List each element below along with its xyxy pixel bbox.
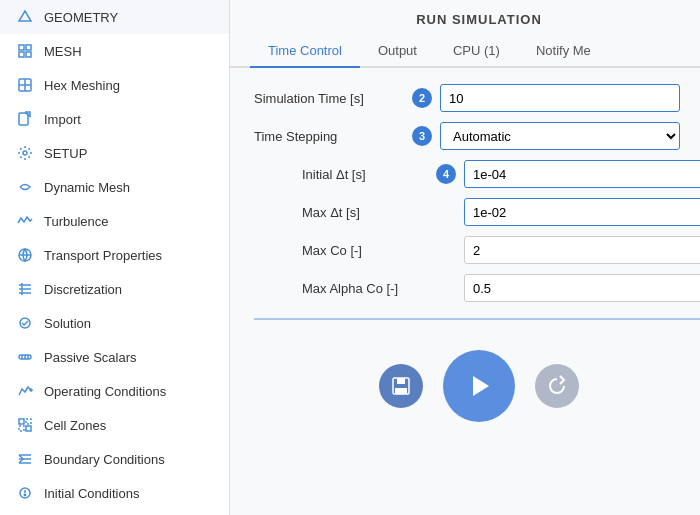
- svg-marker-40: [473, 376, 489, 396]
- svg-rect-25: [26, 419, 31, 424]
- tabs-bar: Time Control Output CPU (1) Notify Me: [230, 35, 700, 68]
- sidebar: GEOMETRY MESH Hex Meshing: [0, 0, 230, 515]
- sidebar-item-geometry[interactable]: GEOMETRY: [0, 0, 229, 34]
- sidebar-item-transport[interactable]: Transport Properties: [0, 238, 229, 272]
- sidebar-label-cell-zones: Cell Zones: [44, 418, 106, 433]
- sidebar-label-boundary: Boundary Conditions: [44, 452, 165, 467]
- sidebar-item-mesh[interactable]: MESH: [0, 34, 229, 68]
- sidebar-label-geometry: GEOMETRY: [44, 10, 118, 25]
- sidebar-label-transport: Transport Properties: [44, 248, 162, 263]
- hex-icon: [16, 76, 34, 94]
- dynamic-icon: [16, 178, 34, 196]
- tab-notify-me[interactable]: Notify Me: [518, 35, 609, 68]
- sidebar-item-cell-zones[interactable]: Cell Zones: [0, 408, 229, 442]
- sidebar-label-discretization: Discretization: [44, 282, 122, 297]
- sidebar-label-setup: SETUP: [44, 146, 87, 161]
- sidebar-item-initial[interactable]: Initial Conditions: [0, 476, 229, 510]
- svg-rect-8: [19, 113, 28, 125]
- svg-rect-23: [26, 426, 31, 431]
- page-title: RUN SIMULATION: [230, 0, 700, 35]
- max-dt-row: Max Δt [s]: [278, 198, 700, 226]
- sidebar-item-discretization[interactable]: Discretization: [0, 272, 229, 306]
- svg-rect-2: [26, 45, 31, 50]
- simulation-time-badge: 2: [412, 88, 432, 108]
- svg-point-31: [24, 494, 25, 495]
- sidebar-item-hex-meshing[interactable]: Hex Meshing: [0, 68, 229, 102]
- turbulence-icon: [16, 212, 34, 230]
- svg-rect-3: [19, 52, 24, 57]
- svg-point-21: [30, 389, 32, 391]
- svg-rect-39: [395, 388, 407, 394]
- sidebar-item-passive-scalars[interactable]: Passive Scalars: [0, 340, 229, 374]
- setup-icon: [16, 144, 34, 162]
- save-icon: [390, 375, 412, 397]
- simulation-time-row: Simulation Time [s] 2: [254, 84, 700, 112]
- dt-badge: 4: [436, 164, 456, 184]
- tab-time-control[interactable]: Time Control: [250, 35, 360, 68]
- sidebar-item-import[interactable]: Import: [0, 102, 229, 136]
- max-dt-input[interactable]: [464, 198, 700, 226]
- sidebar-label-initial: Initial Conditions: [44, 486, 139, 501]
- simulation-time-input[interactable]: [440, 84, 680, 112]
- divider: [254, 318, 700, 320]
- sidebar-item-monitors[interactable]: Monitors: [0, 510, 229, 515]
- time-stepping-label: Time Stepping: [254, 129, 404, 144]
- tab-output[interactable]: Output: [360, 35, 435, 68]
- scalar-icon: [16, 348, 34, 366]
- geometry-icon: [16, 8, 34, 26]
- main-panel: RUN SIMULATION Time Control Output CPU (…: [230, 0, 700, 515]
- sidebar-label-hex: Hex Meshing: [44, 78, 120, 93]
- sidebar-item-turbulence[interactable]: Turbulence: [0, 204, 229, 238]
- initial-dt-input[interactable]: [464, 160, 700, 188]
- sidebar-item-boundary[interactable]: Boundary Conditions: [0, 442, 229, 476]
- operating-icon: [16, 382, 34, 400]
- play-icon: [462, 369, 496, 403]
- sidebar-label-solution: Solution: [44, 316, 91, 331]
- action-buttons: [254, 340, 700, 432]
- svg-rect-1: [19, 45, 24, 50]
- disc-icon: [16, 280, 34, 298]
- import-icon: [16, 110, 34, 128]
- sidebar-label-import: Import: [44, 112, 81, 127]
- boundary-icon: [16, 450, 34, 468]
- max-co-label: Max Co [-]: [278, 243, 428, 258]
- play-button[interactable]: [443, 350, 515, 422]
- initial-icon: [16, 484, 34, 502]
- max-alpha-co-input[interactable]: [464, 274, 700, 302]
- initial-dt-row: Initial Δt [s] 4: [278, 160, 700, 188]
- time-stepping-row: Time Stepping 3 Automatic Fixed Adaptive: [254, 122, 700, 150]
- svg-rect-4: [26, 52, 31, 57]
- time-stepping-select[interactable]: Automatic Fixed Adaptive: [440, 122, 680, 150]
- max-alpha-co-row: Max Alpha Co [-]: [278, 274, 700, 302]
- max-alpha-co-label: Max Alpha Co [-]: [278, 281, 428, 296]
- svg-rect-38: [397, 378, 405, 384]
- svg-point-10: [23, 151, 27, 155]
- sidebar-label-dynamic: Dynamic Mesh: [44, 180, 130, 195]
- max-co-input[interactable]: [464, 236, 700, 264]
- sidebar-item-dynamic-mesh[interactable]: Dynamic Mesh: [0, 170, 229, 204]
- max-dt-label: Max Δt [s]: [278, 205, 428, 220]
- form-content: Simulation Time [s] 2 Time Stepping 3 Au…: [230, 68, 700, 515]
- cell-icon: [16, 416, 34, 434]
- tab-cpu[interactable]: CPU (1): [435, 35, 518, 68]
- simulation-time-label: Simulation Time [s]: [254, 91, 404, 106]
- max-co-row: Max Co [-]: [278, 236, 700, 264]
- time-stepping-badge: 3: [412, 126, 432, 146]
- reset-button[interactable]: [535, 364, 579, 408]
- sidebar-item-solution[interactable]: Solution: [0, 306, 229, 340]
- svg-rect-22: [19, 419, 24, 424]
- sidebar-item-operating[interactable]: Operating Conditions: [0, 374, 229, 408]
- svg-rect-24: [19, 426, 24, 431]
- sidebar-label-mesh: MESH: [44, 44, 82, 59]
- sidebar-label-operating: Operating Conditions: [44, 384, 166, 399]
- transport-icon: [16, 246, 34, 264]
- save-button[interactable]: [379, 364, 423, 408]
- reset-icon: [546, 375, 568, 397]
- sidebar-label-scalars: Passive Scalars: [44, 350, 136, 365]
- mesh-icon: [16, 42, 34, 60]
- initial-dt-label: Initial Δt [s]: [278, 167, 428, 182]
- sidebar-item-setup[interactable]: SETUP: [0, 136, 229, 170]
- svg-marker-0: [19, 11, 31, 21]
- sidebar-label-turbulence: Turbulence: [44, 214, 109, 229]
- solution-icon: [16, 314, 34, 332]
